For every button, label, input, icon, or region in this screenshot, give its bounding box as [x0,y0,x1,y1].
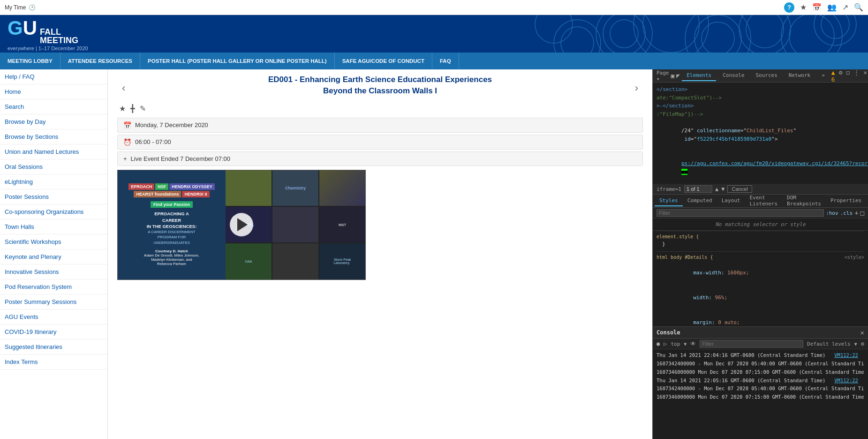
video-player[interactable]: EPROACH NSF HENDRIX ODYSSEY HEARST found… [117,170,366,280]
sidebar-item-keynote-plenary[interactable]: Keynote and Plenary [0,250,107,265]
console-filter-input[interactable] [700,340,803,348]
sidebar-item-innovative-sessions[interactable]: Innovative Sessions [0,265,107,280]
devtools-tab-elements[interactable]: Elements [682,70,716,81]
sidebar-item-scientific-workshops[interactable]: Scientific Workshops [0,235,107,250]
hov-filter[interactable]: :hov [826,210,838,216]
subtab-event-listeners[interactable]: Event Listeners [745,193,782,210]
my-time-label[interactable]: My Time [5,4,26,11]
more-icon[interactable]: ⋮ [853,69,860,83]
iframe-count-input[interactable] [684,185,712,193]
help-button[interactable]: ? [784,2,794,13]
sidebar-item-help-faq[interactable]: Help / FAQ [0,69,107,84]
sidebar-item-suggested-itineraries[interactable]: Suggested Itineraries [0,340,107,355]
calendar-icon[interactable]: 📅 [812,3,822,12]
sidebar-item-covid-itinerary[interactable]: COVID-19 Itinerary [0,325,107,340]
sidebar-item-poster-summary[interactable]: Poster Summary Sessions [0,295,107,310]
console-link-1[interactable]: VM112:22 [834,352,858,358]
sidebar-item-poster-sessions[interactable]: Poster Sessions [0,189,107,204]
sidebar-item-home[interactable]: Home [0,84,107,99]
devtools-tab-network[interactable]: Network [784,70,815,81]
arrow-up-icon[interactable]: ▲ [715,186,718,192]
devtools-inspect-icon[interactable]: ▣ [671,72,675,79]
next-arrow[interactable]: › [630,80,643,96]
subtab-computed[interactable]: Computed [683,196,717,206]
logo-everywhere: everywhere | 1–17 December 2020 [8,45,88,51]
sidebar-item-index-terms[interactable]: Index Terms [0,355,107,370]
devtools-tab-console[interactable]: Console [718,70,749,81]
sidebar-item-union-lectures[interactable]: Union and Named Lectures [0,144,107,159]
styles-content: element.style { } html body #Details { <… [653,231,868,326]
selector-html-body: html body #Details { <style> max-width: … [657,251,864,326]
sidebar-item-town-halls[interactable]: Town Halls [0,220,107,235]
html-line-2: ate:"CompactSlot")--> [657,94,864,102]
console-title: Console [657,329,680,336]
cls-filter[interactable]: .cls [840,210,853,216]
sidebar-item-elightning[interactable]: eLightning [0,174,107,189]
sidebar-item-browse-day[interactable]: Browse by Day [0,114,107,129]
share-icon[interactable]: ↗ [842,3,848,12]
sidebar-item-co-sponsoring[interactable]: Co-sponsoring Organizations [0,204,107,220]
no-errors-icon[interactable]: ▷ [664,341,667,347]
nav-safe-agu[interactable]: SAFE AGU/CODE OF CONDUCT [335,53,432,69]
sidebar-item-search[interactable]: Search [0,99,107,114]
nav-meeting-lobby[interactable]: MEETING LOBBY [0,53,60,69]
toggle-icon[interactable]: □ [860,209,864,217]
sidebar-item-pod-reservation[interactable]: Pod Reservation System [0,280,107,295]
sidebar-item-agu-events[interactable]: AGU Events [0,310,107,325]
nav-faq[interactable]: FAQ [432,53,459,69]
sidebar-item-browse-sections[interactable]: Browse by Sections [0,129,107,144]
add-icon[interactable]: ╋ [130,104,135,113]
bookmark-icon[interactable]: ★ [119,104,126,113]
devtools-page-label: Page ▾ [657,70,669,82]
console-link-2[interactable]: VM112:22 [834,378,858,383]
star-icon[interactable]: ★ [800,3,807,12]
devtools-responsive-icon[interactable]: ◤ [676,72,680,79]
session-date: Monday, 7 December 2020 [135,121,208,129]
console-settings-icon[interactable]: ⚙ [861,341,864,347]
session-time-row: ⏰ 06:00 - 07:00 [117,135,643,150]
dock-icon[interactable]: ◻ [846,69,850,83]
logo-g: G [8,17,23,39]
people-icon[interactable]: 👥 [827,3,837,12]
sidebar-item-oral-sessions[interactable]: Oral Sessions [0,159,107,174]
live-event-row[interactable]: + Live Event Ended 7 December 07:00 [117,151,643,166]
play-button[interactable] [230,213,253,236]
default-levels-arrow[interactable]: ▼ [854,341,857,347]
search-icon[interactable]: 🔍 [854,3,863,12]
top-dropdown-arrow[interactable]: ▼ [684,341,687,347]
subtab-styles[interactable]: Styles [655,196,683,206]
cancel-button[interactable]: Cancel [727,185,752,193]
devtools-tab-sources[interactable]: Sources [751,70,782,81]
arrow-down-icon[interactable]: ▼ [721,186,725,192]
subtab-dom-breakpoints[interactable]: DOM Breakpoints [782,193,826,210]
console-top-label[interactable]: top [671,341,680,347]
svg-point-5 [685,15,751,53]
devtools-tab-more[interactable]: » [817,70,830,81]
svg-point-14 [814,15,856,45]
clear-console-icon[interactable]: ● [657,341,660,347]
selector-source-1: <style> [845,255,864,260]
prev-arrow[interactable]: ‹ [117,80,130,96]
subtab-more[interactable]: » [866,196,868,206]
nav-attendee-resources[interactable]: ATTENDEE RESOURCES [60,53,140,69]
logo-fall: FALL [40,28,78,36]
settings-icon[interactable]: ⚙ [839,69,843,83]
console-eye-icon[interactable]: 👁 [690,341,696,347]
close-console-icon[interactable]: ✕ [860,329,864,336]
nav-poster-hall[interactable]: POSTER HALL (POSTER HALL GALLERY OR ONLI… [140,53,335,69]
warning-icon[interactable]: ▲ 6 [831,69,835,83]
styles-filter-input[interactable] [657,209,824,217]
svg-point-15 [821,15,849,38]
prop-margin: margin: 0 auto; [657,310,864,326]
subtab-layout[interactable]: Layout [717,196,745,206]
close-devtools-icon[interactable]: ✕ [863,69,867,83]
no-selector-text: No matching selector or style [653,219,868,231]
calendar-icon: 📅 [123,121,131,129]
subtab-properties[interactable]: Properties [826,196,866,206]
edit-icon[interactable]: ✎ [140,104,146,113]
clock-icon: 🕑 [29,4,36,11]
console-line-4: Thu Jan 14 2021 22:05:16 GMT-0600 (Centr… [657,377,864,385]
selector-close: } [657,240,864,249]
add-style-icon[interactable]: + [854,209,858,217]
default-levels-label[interactable]: Default levels [807,341,851,347]
